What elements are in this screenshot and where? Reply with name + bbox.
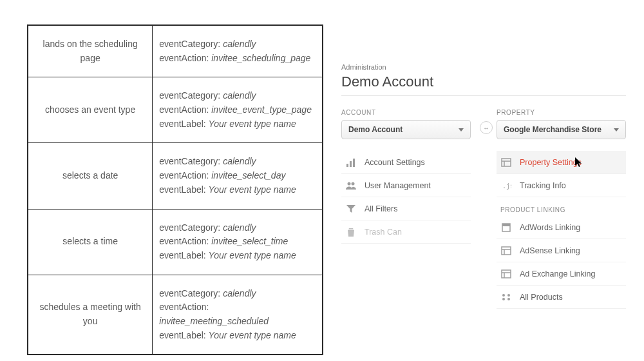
events-table-panel: lands on the scheduling pageeventCategor…: [0, 0, 328, 361]
menu-item-all-filters[interactable]: All Filters: [341, 197, 471, 220]
svg-point-4: [352, 182, 355, 185]
bars-icon: [345, 157, 357, 168]
column-connector-icon: ↔: [480, 121, 493, 134]
property-header: PROPERTY: [497, 109, 626, 116]
administration-label: Administration: [341, 63, 626, 71]
menu-item-label: AdSense Linking: [520, 246, 580, 255]
analytics-admin-panel: Administration Demo Account ACCOUNT Demo…: [328, 0, 644, 361]
property-select-value: Google Merchandise Store: [504, 125, 601, 134]
grid-icon: [500, 291, 512, 303]
event-params-cell: eventCategory: calendlyeventAction: invi…: [153, 77, 323, 143]
menu-item-trash-can: Trash Can: [341, 220, 471, 244]
event-action-cell: lands on the scheduling page: [28, 25, 153, 77]
menu-item-label: Trash Can: [365, 228, 402, 237]
account-select-value: Demo Account: [348, 125, 402, 134]
menu-item-label: Account Settings: [365, 158, 425, 167]
table-row: schedules a meeting with youeventCategor…: [28, 275, 323, 355]
table-row: selects a dateeventCategory: calendlyeve…: [28, 143, 323, 209]
event-action-cell: chooses an event type: [28, 77, 153, 143]
svg-point-20: [507, 298, 510, 300]
trash-icon: [345, 226, 357, 238]
svg-rect-11: [502, 247, 511, 255]
event-params-cell: eventCategory: calendlyeventAction: invi…: [153, 25, 323, 77]
svg-rect-0: [346, 164, 348, 167]
event-action-cell: schedules a meeting with you: [28, 275, 153, 355]
table-row: chooses an event typeeventCategory: cale…: [28, 77, 323, 143]
table-row: selects a timeeventCategory: calendlyeve…: [28, 209, 323, 275]
table-row: lands on the scheduling pageeventCategor…: [28, 25, 323, 77]
svg-rect-5: [502, 159, 511, 166]
svg-point-3: [348, 182, 351, 185]
svg-rect-1: [350, 161, 352, 167]
menu-item-ad-exchange-linking[interactable]: Ad Exchange Linking: [497, 262, 626, 286]
menu-item-label: Ad Exchange Linking: [520, 269, 595, 278]
event-params-cell: eventCategory: calendlyeventAction: invi…: [153, 143, 323, 209]
menu-item-user-management[interactable]: User Management: [341, 174, 471, 197]
account-header: ACCOUNT: [341, 109, 471, 116]
svg-point-18: [507, 294, 510, 297]
menu-item-account-settings[interactable]: Account Settings: [341, 151, 471, 174]
chevron-down-icon: [459, 128, 464, 132]
property-column: PROPERTY Google Merchandise Store Proper…: [497, 109, 626, 309]
account-column: ACCOUNT Demo Account Account SettingsUse…: [341, 109, 471, 309]
chevron-down-icon: [614, 128, 619, 132]
account-select[interactable]: Demo Account: [341, 120, 471, 139]
layout-icon: [500, 245, 512, 257]
square-icon: [500, 222, 512, 233]
svg-point-17: [502, 294, 505, 297]
svg-point-19: [502, 298, 505, 300]
event-action-cell: selects a date: [28, 143, 153, 209]
svg-rect-10: [502, 224, 510, 226]
js-icon: .js: [500, 180, 512, 191]
svg-rect-14: [502, 270, 511, 278]
menu-item-adwords-linking[interactable]: AdWords Linking: [497, 216, 626, 239]
users-icon: [345, 180, 357, 191]
menu-item-label: AdWords Linking: [520, 223, 580, 232]
menu-item-label: All Filters: [365, 204, 397, 213]
event-action-cell: selects a time: [28, 209, 153, 275]
event-params-cell: eventCategory: calendlyeventAction: invi…: [153, 275, 323, 355]
funnel-icon: [345, 203, 357, 215]
layout-icon: [500, 157, 512, 168]
layout-icon: [500, 268, 512, 280]
menu-item-tracking-info[interactable]: .jsTracking Info: [497, 174, 626, 197]
svg-rect-2: [353, 159, 355, 167]
menu-item-label: User Management: [365, 181, 431, 190]
menu-item-adsense-linking[interactable]: AdSense Linking: [497, 239, 626, 262]
menu-item-label: All Products: [520, 293, 563, 302]
menu-item-all-products[interactable]: All Products: [497, 286, 626, 309]
events-table: lands on the scheduling pageeventCategor…: [27, 24, 323, 355]
property-select[interactable]: Google Merchandise Store: [497, 120, 626, 139]
event-params-cell: eventCategory: calendlyeventAction: invi…: [153, 209, 323, 275]
svg-text:.js: .js: [502, 182, 511, 190]
menu-item-label: Property Settings: [520, 158, 582, 167]
menu-item-property-settings[interactable]: Property Settings: [497, 151, 626, 174]
account-title: Demo Account: [341, 73, 626, 96]
menu-item-label: Tracking Info: [520, 181, 566, 190]
product-linking-header: PRODUCT LINKING: [497, 206, 626, 213]
